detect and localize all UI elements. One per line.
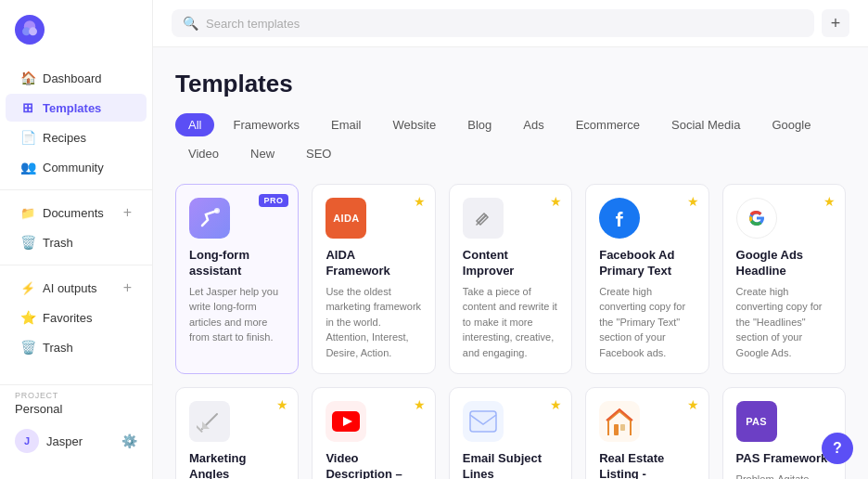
template-card-long-form[interactable]: PRO Long-form assistant Let Jasper help …: [175, 184, 299, 374]
filter-tab-website[interactable]: Website: [379, 113, 449, 136]
avatar: J: [15, 429, 39, 453]
filter-tab-all[interactable]: All: [175, 113, 214, 136]
sidebar-item-dashboard[interactable]: 🏠 Dashboard: [6, 64, 147, 92]
sidebar-item-community-label: Community: [43, 161, 104, 175]
card-icon-pas: PAS: [736, 401, 777, 442]
trash-icon: 🗑️: [20, 235, 35, 250]
search-icon: 🔍: [183, 16, 198, 31]
card-desc-aida: Use the oldest marketing framework in th…: [326, 284, 421, 361]
sidebar-item-trash[interactable]: 🗑️ Trash: [6, 228, 147, 256]
search-placeholder: Search templates: [206, 17, 300, 31]
filter-tab-ecommerce[interactable]: Ecommerce: [563, 113, 653, 136]
card-desc-facebook: Create high converting copy for the "Pri…: [599, 284, 695, 361]
sidebar-item-recipes-label: Recipes: [43, 131, 86, 145]
trash2-icon: 🗑️: [20, 340, 35, 355]
documents-add-icon[interactable]: +: [123, 205, 132, 220]
card-desc-long-form: Let Jasper help you write long-form arti…: [189, 284, 285, 345]
user-row[interactable]: J Jasper ⚙️: [0, 421, 152, 460]
card-title-email-subject: Email Subject Lines: [463, 451, 558, 479]
help-icon: ?: [833, 440, 842, 457]
favorites-icon: ⭐: [20, 310, 35, 325]
sidebar: 🏠 Dashboard ⊞ Templates 📄 Recipes 👥 Comm…: [0, 0, 153, 479]
card-desc-content-improver: Take a piece of content and rewrite it t…: [463, 284, 558, 361]
star-badge-google-ads: ★: [823, 194, 836, 209]
filter-tab-blog[interactable]: Blog: [454, 113, 504, 136]
svg-point-3: [29, 27, 37, 35]
divider-1: [0, 189, 152, 190]
project-section: PROJECT Personal: [0, 384, 152, 421]
sidebar-item-ai-outputs[interactable]: ⚡ AI outputs +: [6, 274, 147, 302]
filter-tab-frameworks[interactable]: Frameworks: [220, 113, 313, 136]
project-label: PROJECT: [15, 391, 137, 400]
sidebar-item-trash2[interactable]: 🗑️ Trash: [6, 333, 147, 361]
template-card-pas[interactable]: PAS PAS Framework Problem-Agitate-Soluti…: [722, 387, 846, 479]
template-card-video-desc[interactable]: ★ Video Description – YouTube Create uni…: [312, 387, 435, 479]
filter-tab-new[interactable]: New: [237, 142, 287, 165]
card-title-long-form: Long-form assistant: [189, 248, 285, 279]
plus-icon: +: [831, 14, 841, 33]
card-title-pas: PAS Framework: [736, 451, 832, 467]
template-card-facebook[interactable]: ★ Facebook Ad Primary Text Create high c…: [585, 184, 708, 374]
template-card-content-improver[interactable]: ★ Content Improver Take a piece of conte…: [449, 184, 572, 374]
card-title-marketing-angles: Marketing Angles: [189, 451, 285, 479]
community-icon: 👥: [20, 160, 35, 175]
sidebar-item-documents[interactable]: 📁 Documents +: [6, 199, 147, 227]
card-icon-google: [736, 198, 777, 239]
home-icon: 🏠: [20, 71, 35, 85]
topbar: 🔍 Search templates +: [153, 0, 868, 47]
sidebar-bottom: PROJECT Personal J Jasper ⚙️: [0, 377, 152, 468]
filter-tab-email[interactable]: Email: [318, 113, 375, 136]
sidebar-item-favorites[interactable]: ⭐ Favorites: [6, 304, 147, 331]
svg-rect-9: [614, 424, 619, 435]
template-card-marketing-angles[interactable]: ★ Marketing Angles Brainstorm different …: [175, 387, 299, 479]
filter-tab-video[interactable]: Video: [175, 142, 232, 165]
filter-tabs: All Frameworks Email Website Blog Ads Ec…: [175, 113, 846, 165]
card-title-content-improver: Content Improver: [463, 248, 558, 279]
recipes-icon: 📄: [20, 130, 35, 145]
card-icon-facebook: [599, 198, 640, 239]
filter-tab-ads[interactable]: Ads: [510, 113, 556, 136]
card-title-google-ads: Google Ads Headline: [736, 248, 832, 279]
star-badge-aida: ★: [414, 194, 426, 209]
star-badge-email-subject: ★: [550, 397, 562, 412]
pro-badge: PRO: [259, 194, 289, 207]
sidebar-ai-outputs-label: AI outputs: [43, 281, 97, 295]
ai-outputs-add-icon[interactable]: +: [123, 280, 132, 295]
help-button[interactable]: ?: [822, 433, 853, 464]
topbar-plus-button[interactable]: +: [822, 9, 849, 37]
card-icon-content-improver: [463, 198, 504, 239]
search-bar[interactable]: 🔍 Search templates: [172, 9, 814, 37]
documents-icon: 📁: [20, 206, 35, 220]
sidebar-item-dashboard-label: Dashboard: [43, 71, 102, 85]
filter-tab-google[interactable]: Google: [759, 113, 823, 136]
template-card-real-estate[interactable]: ★ Real Estate Listing - Residential Crea…: [585, 387, 708, 479]
sidebar-favorites-label: Favorites: [43, 311, 92, 325]
star-badge-facebook: ★: [687, 194, 699, 209]
template-card-aida[interactable]: ★ AIDA AIDA Framework Use the oldest mar…: [312, 184, 435, 374]
divider-2: [0, 265, 152, 265]
star-badge-marketing-angles: ★: [276, 397, 288, 412]
card-icon-youtube: [326, 401, 366, 442]
user-name: Jasper: [46, 434, 83, 448]
svg-rect-8: [470, 411, 496, 432]
template-card-google-ads[interactable]: ★ Google Ads Headline Create high conver…: [722, 184, 846, 374]
sidebar-trash2-label: Trash: [43, 341, 73, 355]
template-card-email-subject[interactable]: ★ Email Subject Lines Write compelling e…: [449, 387, 572, 479]
logo: [0, 11, 152, 63]
filter-tab-social-media[interactable]: Social Media: [658, 113, 753, 136]
card-icon-real-estate: [599, 401, 640, 442]
star-badge-video-desc: ★: [414, 397, 426, 412]
sidebar-item-templates[interactable]: ⊞ Templates: [6, 94, 147, 122]
filter-tab-seo[interactable]: SEO: [293, 142, 344, 165]
star-badge-real-estate: ★: [687, 397, 699, 412]
sidebar-item-community[interactable]: 👥 Community: [6, 153, 147, 181]
card-title-aida: AIDA Framework: [326, 248, 421, 279]
card-icon-email: [463, 401, 504, 442]
card-icon-long-form: [189, 198, 230, 239]
sidebar-item-templates-label: Templates: [43, 101, 101, 115]
sidebar-item-recipes[interactable]: 📄 Recipes: [6, 123, 147, 151]
settings-icon[interactable]: ⚙️: [121, 434, 137, 448]
svg-point-4: [214, 208, 220, 214]
card-desc-pas: Problem-Agitate-Solution. A valuable fra…: [736, 472, 832, 479]
card-title-facebook: Facebook Ad Primary Text: [599, 248, 695, 279]
